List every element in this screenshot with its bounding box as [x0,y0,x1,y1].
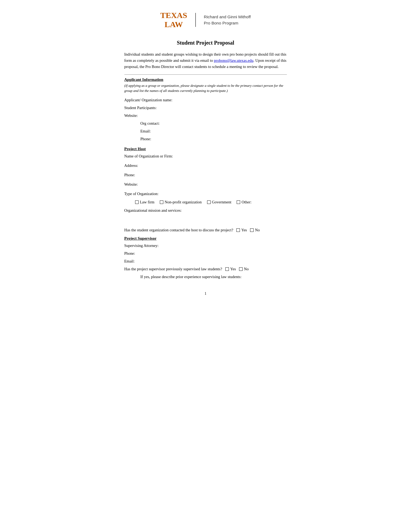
supervisor-field-email: Email: [124,257,287,265]
host-field-org-name: Name of Organization or Firm: [124,152,287,160]
checkbox-other[interactable]: Other: [237,200,251,204]
supervised-no-label: No [244,265,249,273]
checkbox-government-label: Government [212,200,231,204]
program-title: Richard and Ginni Mithoff Pro Bono Progr… [204,14,251,26]
project-host-heading: Project Host [124,147,287,151]
project-supervisor-heading: Project Supervisor [124,236,287,241]
program-line1: Richard and Ginni Mithoff [204,14,251,20]
applicant-field-org-contact: Org contact: [124,120,287,127]
host-field-website: Website: [124,181,287,188]
checkbox-other-box[interactable] [237,200,240,204]
contacted-yes[interactable]: Yes [236,228,247,232]
contacted-no-box[interactable] [250,228,254,232]
checkbox-law-firm-box[interactable] [135,200,139,204]
contacted-label: Has the student organization contacted t… [124,228,233,232]
logo-law: LAW [165,20,183,29]
project-host-section: Project Host Name of Organization or Fir… [124,147,287,232]
logo-texas: TEXAS [160,11,187,20]
applicant-field-email: Email: [124,127,287,135]
checkbox-nonprofit[interactable]: Non-profit organization [160,200,202,204]
checkbox-nonprofit-label: Non-profit organization [165,200,202,204]
contacted-no[interactable]: No [250,228,260,232]
applicant-field-org-name: Applicant/ Organization name: [124,96,287,104]
applicant-subtext: (If applying as a group or organization,… [124,83,287,94]
host-field-phone: Phone: [124,171,287,179]
email-link[interactable]: probono@law.utexas.edu [214,58,253,63]
contacted-yes-label: Yes [241,228,247,232]
checkbox-government-box[interactable] [207,200,211,204]
if-yes-label: If yes, please describe prior experience… [124,273,287,281]
intro-paragraph: Individual students and student groups w… [124,51,287,70]
contacted-no-label: No [255,228,260,232]
supervisor-field-phone: Phone: [124,250,287,257]
supervised-no[interactable]: No [239,265,249,273]
checkbox-law-firm[interactable]: Law firm [135,200,154,204]
applicant-section: Applicant Information (If applying as a … [124,77,287,143]
contacted-yes-box[interactable] [236,228,240,232]
header-divider [195,13,196,27]
applicant-field-website: Website: [124,112,287,120]
contacted-row: Has the student organization contacted t… [124,228,287,232]
supervised-yes-label: Yes [230,265,236,273]
applicant-heading: Applicant Information [124,77,287,82]
applicant-field-participants: Student Participants: [124,104,287,112]
checkbox-law-firm-label: Law firm [140,200,154,204]
page-title: Student Project Proposal [124,40,287,46]
page-number: 1 [124,292,287,296]
page-header: TEXAS LAW Richard and Ginni Mithoff Pro … [124,11,287,29]
applicant-field-phone: Phone: [124,135,287,143]
supervised-no-box[interactable] [239,267,243,271]
project-supervisor-section: Project Supervisor Supervising Attorney:… [124,236,287,281]
program-line2: Pro Bono Program [204,20,251,26]
university-logo: TEXAS LAW [160,11,187,29]
section-divider [124,74,287,75]
checkbox-nonprofit-box[interactable] [160,200,163,204]
supervised-yes-box[interactable] [225,267,229,271]
host-field-type: Type of Organization: [124,190,287,198]
supervised-label: Has the project supervisor previously su… [124,265,222,273]
org-type-checkboxes: Law firm Non-profit organization Governm… [135,200,287,204]
host-field-mission: Organizational mission and services: [124,207,287,214]
supervisor-field-attorney: Supervising Attorney: [124,242,287,250]
document-page: TEXAS LAW Richard and Ginni Mithoff Pro … [103,0,308,312]
checkbox-other-label: Other: [241,200,251,204]
supervised-yes[interactable]: Yes [225,265,236,273]
supervised-row: Has the project supervisor previously su… [124,265,287,273]
checkbox-government[interactable]: Government [207,200,231,204]
host-field-address: Address: [124,162,287,170]
